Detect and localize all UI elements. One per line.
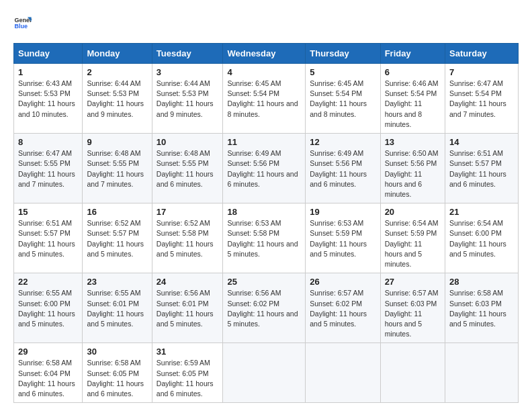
day-number: 7 [449, 67, 514, 77]
day-info: Sunrise: 6:49 AM Sunset: 5:56 PM Dayligh… [227, 149, 298, 188]
day-cell-13: 13Sunrise: 6:50 AM Sunset: 5:56 PM Dayli… [380, 134, 445, 203]
day-info: Sunrise: 6:45 AM Sunset: 5:54 PM Dayligh… [310, 79, 367, 118]
day-info: Sunrise: 6:59 AM Sunset: 6:05 PM Dayligh… [157, 359, 214, 398]
day-number: 9 [87, 137, 147, 147]
day-info: Sunrise: 6:51 AM Sunset: 5:57 PM Dayligh… [449, 149, 506, 188]
day-cell-26: 26Sunrise: 6:57 AM Sunset: 6:02 PM Dayli… [306, 273, 380, 343]
day-number: 11 [227, 137, 301, 147]
day-number: 28 [449, 277, 514, 287]
day-number: 8 [18, 137, 78, 147]
day-cell-empty [445, 343, 519, 403]
calendar-week-1: 1Sunrise: 6:43 AM Sunset: 5:53 PM Daylig… [14, 64, 519, 134]
col-header-monday: Monday [83, 44, 152, 64]
day-cell-22: 22Sunrise: 6:55 AM Sunset: 6:00 PM Dayli… [14, 273, 83, 343]
col-header-thursday: Thursday [306, 44, 380, 64]
day-number: 17 [157, 207, 219, 217]
day-cell-25: 25Sunrise: 6:56 AM Sunset: 6:02 PM Dayli… [223, 273, 306, 343]
calendar-week-4: 22Sunrise: 6:55 AM Sunset: 6:00 PM Dayli… [14, 273, 519, 343]
day-cell-28: 28Sunrise: 6:58 AM Sunset: 6:03 PM Dayli… [445, 273, 519, 343]
day-number: 4 [227, 67, 301, 77]
day-info: Sunrise: 6:53 AM Sunset: 5:58 PM Dayligh… [227, 219, 298, 258]
day-number: 14 [449, 137, 514, 147]
day-info: Sunrise: 6:48 AM Sunset: 5:55 PM Dayligh… [87, 149, 144, 188]
day-cell-empty [380, 343, 445, 403]
day-info: Sunrise: 6:55 AM Sunset: 6:01 PM Dayligh… [87, 289, 144, 328]
calendar-week-3: 15Sunrise: 6:51 AM Sunset: 5:57 PM Dayli… [14, 203, 519, 273]
day-cell-16: 16Sunrise: 6:52 AM Sunset: 5:57 PM Dayli… [83, 203, 152, 273]
calendar-header-row: SundayMondayTuesdayWednesdayThursdayFrid… [14, 44, 519, 64]
day-number: 23 [87, 277, 147, 287]
day-number: 20 [385, 207, 441, 217]
day-cell-19: 19Sunrise: 6:53 AM Sunset: 5:59 PM Dayli… [306, 203, 380, 273]
col-header-wednesday: Wednesday [223, 44, 306, 64]
day-number: 29 [18, 347, 78, 357]
logo: General Blue [13, 13, 35, 32]
day-cell-7: 7Sunrise: 6:47 AM Sunset: 5:54 PM Daylig… [445, 64, 519, 134]
day-cell-18: 18Sunrise: 6:53 AM Sunset: 5:58 PM Dayli… [223, 203, 306, 273]
day-cell-empty [223, 343, 306, 403]
day-info: Sunrise: 6:57 AM Sunset: 6:02 PM Dayligh… [310, 289, 367, 328]
day-cell-4: 4Sunrise: 6:45 AM Sunset: 5:54 PM Daylig… [223, 64, 306, 134]
day-info: Sunrise: 6:43 AM Sunset: 5:53 PM Dayligh… [18, 79, 75, 118]
day-number: 19 [310, 207, 375, 217]
day-number: 15 [18, 207, 78, 217]
day-cell-10: 10Sunrise: 6:48 AM Sunset: 5:55 PM Dayli… [152, 134, 223, 203]
day-cell-12: 12Sunrise: 6:49 AM Sunset: 5:56 PM Dayli… [306, 134, 380, 203]
day-info: Sunrise: 6:54 AM Sunset: 6:00 PM Dayligh… [449, 219, 506, 258]
day-number: 3 [157, 67, 219, 77]
logo-icon: General Blue [13, 13, 32, 32]
day-cell-6: 6Sunrise: 6:46 AM Sunset: 5:54 PM Daylig… [380, 64, 445, 134]
day-cell-1: 1Sunrise: 6:43 AM Sunset: 5:53 PM Daylig… [14, 64, 83, 134]
day-info: Sunrise: 6:55 AM Sunset: 6:00 PM Dayligh… [18, 289, 75, 328]
day-number: 22 [18, 277, 78, 287]
day-info: Sunrise: 6:57 AM Sunset: 6:03 PM Dayligh… [385, 289, 439, 338]
day-info: Sunrise: 6:56 AM Sunset: 6:02 PM Dayligh… [227, 289, 298, 328]
day-number: 12 [310, 137, 375, 147]
calendar-table: SundayMondayTuesdayWednesdayThursdayFrid… [13, 43, 519, 403]
day-number: 24 [157, 277, 219, 287]
day-cell-20: 20Sunrise: 6:54 AM Sunset: 5:59 PM Dayli… [380, 203, 445, 273]
day-cell-30: 30Sunrise: 6:58 AM Sunset: 6:05 PM Dayli… [83, 343, 152, 403]
day-number: 18 [227, 207, 301, 217]
day-number: 2 [87, 67, 147, 77]
day-info: Sunrise: 6:47 AM Sunset: 5:54 PM Dayligh… [449, 79, 506, 118]
day-info: Sunrise: 6:56 AM Sunset: 6:01 PM Dayligh… [157, 289, 214, 328]
day-number: 16 [87, 207, 147, 217]
day-cell-2: 2Sunrise: 6:44 AM Sunset: 5:53 PM Daylig… [83, 64, 152, 134]
col-header-friday: Friday [380, 44, 445, 64]
day-info: Sunrise: 6:49 AM Sunset: 5:56 PM Dayligh… [310, 149, 367, 188]
day-info: Sunrise: 6:58 AM Sunset: 6:03 PM Dayligh… [449, 289, 506, 328]
day-info: Sunrise: 6:47 AM Sunset: 5:55 PM Dayligh… [18, 149, 75, 188]
col-header-sunday: Sunday [14, 44, 83, 64]
day-cell-21: 21Sunrise: 6:54 AM Sunset: 6:00 PM Dayli… [445, 203, 519, 273]
day-info: Sunrise: 6:51 AM Sunset: 5:57 PM Dayligh… [18, 219, 75, 258]
day-info: Sunrise: 6:52 AM Sunset: 5:57 PM Dayligh… [87, 219, 144, 258]
page-header: General Blue [13, 13, 519, 32]
day-cell-9: 9Sunrise: 6:48 AM Sunset: 5:55 PM Daylig… [83, 134, 152, 203]
day-cell-24: 24Sunrise: 6:56 AM Sunset: 6:01 PM Dayli… [152, 273, 223, 343]
day-cell-3: 3Sunrise: 6:44 AM Sunset: 5:53 PM Daylig… [152, 64, 223, 134]
day-cell-27: 27Sunrise: 6:57 AM Sunset: 6:03 PM Dayli… [380, 273, 445, 343]
col-header-saturday: Saturday [445, 44, 519, 64]
day-cell-17: 17Sunrise: 6:52 AM Sunset: 5:58 PM Dayli… [152, 203, 223, 273]
day-cell-31: 31Sunrise: 6:59 AM Sunset: 6:05 PM Dayli… [152, 343, 223, 403]
day-number: 25 [227, 277, 301, 287]
day-cell-5: 5Sunrise: 6:45 AM Sunset: 5:54 PM Daylig… [306, 64, 380, 134]
day-cell-11: 11Sunrise: 6:49 AM Sunset: 5:56 PM Dayli… [223, 134, 306, 203]
day-number: 31 [157, 347, 219, 357]
day-cell-8: 8Sunrise: 6:47 AM Sunset: 5:55 PM Daylig… [14, 134, 83, 203]
day-cell-14: 14Sunrise: 6:51 AM Sunset: 5:57 PM Dayli… [445, 134, 519, 203]
day-number: 30 [87, 347, 147, 357]
day-number: 6 [385, 67, 441, 77]
day-info: Sunrise: 6:52 AM Sunset: 5:58 PM Dayligh… [157, 219, 214, 258]
day-info: Sunrise: 6:48 AM Sunset: 5:55 PM Dayligh… [157, 149, 214, 188]
calendar-week-5: 29Sunrise: 6:58 AM Sunset: 6:04 PM Dayli… [14, 343, 519, 403]
day-info: Sunrise: 6:50 AM Sunset: 5:56 PM Dayligh… [385, 149, 439, 198]
day-number: 26 [310, 277, 375, 287]
day-info: Sunrise: 6:44 AM Sunset: 5:53 PM Dayligh… [87, 79, 144, 118]
day-cell-15: 15Sunrise: 6:51 AM Sunset: 5:57 PM Dayli… [14, 203, 83, 273]
day-info: Sunrise: 6:58 AM Sunset: 6:04 PM Dayligh… [18, 359, 75, 398]
day-number: 21 [449, 207, 514, 217]
day-info: Sunrise: 6:44 AM Sunset: 5:53 PM Dayligh… [157, 79, 214, 118]
day-number: 1 [18, 67, 78, 77]
